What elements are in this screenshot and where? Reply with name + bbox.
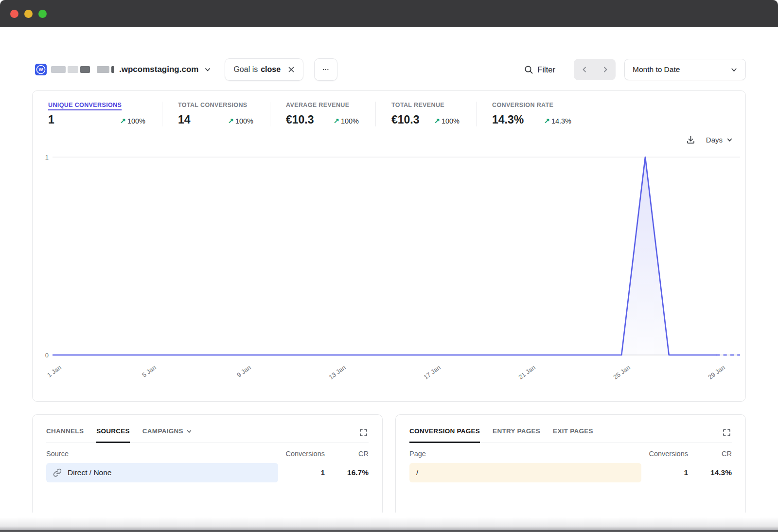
filter-button[interactable]: Filter bbox=[524, 65, 555, 74]
download-chart-button[interactable] bbox=[686, 135, 695, 144]
link-icon bbox=[53, 468, 62, 477]
window-bottom-edge bbox=[0, 517, 778, 532]
page-conversions: 1 bbox=[639, 468, 688, 477]
date-range-value: Month to Date bbox=[633, 65, 680, 74]
toolbar: W .wpcomstaging.com Goal is close bbox=[32, 58, 746, 81]
next-period-button[interactable] bbox=[599, 63, 612, 76]
search-icon bbox=[524, 65, 533, 74]
interval-select[interactable]: Days bbox=[706, 136, 733, 144]
fullscreen-icon bbox=[359, 428, 368, 437]
metric-average-revenue[interactable]: AVERAGE REVENUE €10.3 ↗100% bbox=[270, 102, 375, 126]
chart-controls: Days bbox=[33, 132, 733, 147]
tab-exit-pages[interactable]: EXIT PAGES bbox=[553, 427, 593, 443]
trend-up-icon: ↗ bbox=[434, 117, 440, 125]
conversions-chart: 1 0 bbox=[53, 154, 740, 358]
metric-value: €10.3 bbox=[391, 113, 420, 126]
pages-table-header: Page Conversions CR bbox=[409, 450, 732, 458]
source-cr: 16.7% bbox=[325, 468, 369, 477]
x-axis-labels: 1 Jan5 Jan9 Jan13 Jan17 Jan21 Jan25 Jan2… bbox=[53, 358, 740, 390]
page-cr: 14.3% bbox=[688, 468, 732, 477]
metric-label: TOTAL CONVERSIONS bbox=[178, 102, 253, 108]
column-cr: CR bbox=[325, 450, 369, 458]
metric-label: CONVERSION RATE bbox=[492, 102, 571, 108]
x-axis-label: 1 Jan bbox=[46, 364, 63, 379]
chevron-right-icon bbox=[602, 66, 609, 73]
column-page: Page bbox=[409, 450, 639, 458]
tab-sources[interactable]: SOURCES bbox=[96, 427, 130, 443]
metric-change: ↗100% bbox=[333, 117, 359, 125]
metric-change: ↗14.3% bbox=[544, 117, 571, 125]
column-conversions: Conversions bbox=[276, 450, 325, 458]
chevron-down-icon bbox=[726, 137, 733, 143]
table-row[interactable]: Direct / None 1 16.7% bbox=[46, 463, 369, 483]
metric-label: UNIQUE CONVERSIONS bbox=[48, 102, 145, 108]
trend-up-icon: ↗ bbox=[333, 117, 339, 125]
tab-entry-pages[interactable]: ENTRY PAGES bbox=[493, 427, 540, 443]
remove-filter-icon[interactable] bbox=[288, 66, 295, 73]
metric-total-conversions[interactable]: TOTAL CONVERSIONS 14 ↗100% bbox=[162, 102, 270, 126]
tab-campaigns-label: CAMPAIGNS bbox=[142, 427, 183, 435]
table-row[interactable]: / 1 14.3% bbox=[409, 463, 732, 483]
chevron-down-icon bbox=[186, 428, 192, 434]
y-axis-tick: 1 bbox=[45, 154, 49, 161]
tab-campaigns[interactable]: CAMPAIGNS bbox=[142, 427, 192, 443]
x-axis-label: 13 Jan bbox=[328, 364, 347, 381]
site-domain: .wpcomstaging.com bbox=[119, 65, 198, 74]
close-window-button[interactable] bbox=[10, 10, 18, 18]
date-range-select[interactable]: Month to Date bbox=[624, 59, 746, 80]
metric-label: AVERAGE REVENUE bbox=[286, 102, 359, 108]
goal-filter-chip[interactable]: Goal is close bbox=[225, 58, 303, 81]
metric-value: €10.3 bbox=[286, 113, 314, 126]
pages-card-tabs: CONVERSION PAGES ENTRY PAGES EXIT PAGES bbox=[409, 427, 732, 443]
zoom-window-button[interactable] bbox=[38, 10, 47, 18]
redacted-site-name bbox=[51, 66, 114, 73]
download-icon bbox=[686, 135, 695, 144]
x-axis-label: 21 Jan bbox=[517, 364, 537, 381]
metric-value: 14 bbox=[178, 113, 191, 126]
app-window: W .wpcomstaging.com Goal is close bbox=[0, 0, 778, 532]
minimize-window-button[interactable] bbox=[24, 10, 33, 18]
metric-change: ↗100% bbox=[120, 117, 145, 125]
source-conversions: 1 bbox=[276, 468, 325, 477]
tab-conversion-pages[interactable]: CONVERSION PAGES bbox=[409, 427, 480, 443]
date-pager bbox=[574, 59, 616, 80]
chevron-left-icon bbox=[581, 66, 588, 73]
ellipsis-icon bbox=[323, 68, 329, 71]
column-cr: CR bbox=[688, 450, 732, 458]
column-source: Source bbox=[46, 450, 276, 458]
metric-change: ↗100% bbox=[434, 117, 460, 125]
chevron-down-icon bbox=[730, 66, 738, 73]
page-path: / bbox=[416, 468, 418, 477]
wordpress-icon: W bbox=[35, 64, 47, 75]
trend-up-icon: ↗ bbox=[544, 117, 550, 125]
metric-total-revenue[interactable]: TOTAL REVENUE €10.3 ↗100% bbox=[375, 102, 476, 126]
filter-label: Filter bbox=[537, 65, 555, 74]
previous-period-button[interactable] bbox=[578, 63, 591, 76]
interval-value: Days bbox=[706, 136, 723, 144]
chevron-down-icon bbox=[204, 66, 211, 73]
x-axis-label: 5 Jan bbox=[141, 364, 158, 379]
source-name: Direct / None bbox=[68, 468, 111, 477]
sources-card-tabs: CHANNELS SOURCES CAMPAIGNS bbox=[46, 427, 369, 443]
detail-cards-row: CHANNELS SOURCES CAMPAIGNS Source Conver… bbox=[32, 414, 746, 513]
sources-table-header: Source Conversions CR bbox=[46, 450, 369, 458]
y-axis-tick: 0 bbox=[45, 352, 49, 359]
fullscreen-icon bbox=[723, 428, 731, 437]
trend-up-icon: ↗ bbox=[120, 117, 126, 125]
expand-sources-button[interactable] bbox=[358, 427, 369, 439]
more-options-button[interactable] bbox=[314, 58, 337, 81]
metric-conversion-rate[interactable]: CONVERSION RATE 14.3% ↗14.3% bbox=[476, 102, 588, 126]
svg-text:W: W bbox=[39, 67, 43, 72]
metric-unique-conversions[interactable]: UNIQUE CONVERSIONS 1 ↗100% bbox=[33, 102, 162, 126]
goal-filter-value: close bbox=[261, 65, 281, 74]
site-selector[interactable]: W .wpcomstaging.com bbox=[32, 64, 211, 75]
column-conversions: Conversions bbox=[639, 450, 688, 458]
metrics-row: UNIQUE CONVERSIONS 1 ↗100% TOTAL CONVERS… bbox=[33, 91, 745, 126]
x-axis-label: 17 Jan bbox=[423, 364, 442, 381]
tab-channels[interactable]: CHANNELS bbox=[46, 427, 84, 443]
metric-value: 14.3% bbox=[492, 113, 524, 126]
expand-pages-button[interactable] bbox=[722, 427, 732, 439]
conversions-chart-svg bbox=[53, 154, 740, 358]
goal-filter-prefix: Goal is bbox=[233, 65, 258, 74]
metric-change: ↗100% bbox=[228, 117, 253, 125]
